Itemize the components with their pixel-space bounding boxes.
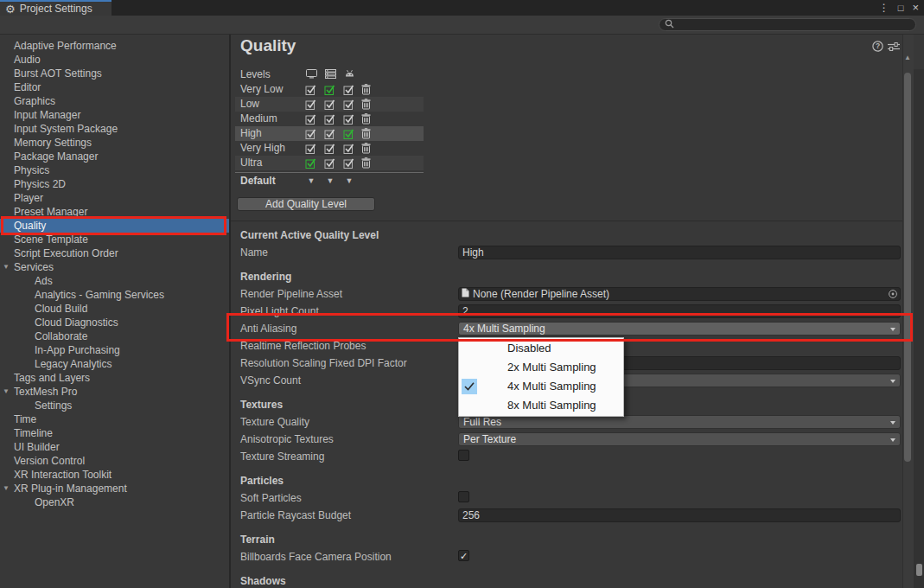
quality-level-row-very-low[interactable]: Very Low xyxy=(235,82,424,97)
quality-level-checkbox[interactable] xyxy=(304,84,318,96)
sidebar-item-input-system-package[interactable]: Input System Package xyxy=(0,122,229,136)
quality-level-checkbox[interactable] xyxy=(342,113,356,125)
quality-level-checkbox[interactable] xyxy=(342,99,356,111)
sidebar-item-player[interactable]: Player xyxy=(0,191,229,205)
sidebar-item-xr-interaction-toolkit[interactable]: XR Interaction Toolkit xyxy=(0,468,229,482)
billboards-face-camera-position-checkbox[interactable]: ✓ xyxy=(458,550,469,561)
particle-raycast-budget-field[interactable]: 256 xyxy=(458,508,901,522)
quality-level-row-low[interactable]: Low xyxy=(235,97,424,112)
sidebar-item-script-execution-order[interactable]: Script Execution Order xyxy=(0,246,229,260)
sidebar-item-ui-builder[interactable]: UI Builder xyxy=(0,440,229,454)
quality-level-row-ultra[interactable]: Ultra xyxy=(235,156,424,170)
form-row-render-pipeline-asset: Render Pipeline AssetNone (Render Pipeli… xyxy=(231,285,902,303)
texture-quality-dropdown[interactable]: Full Res xyxy=(458,415,901,429)
anti-aliasing-dropdown[interactable]: 4x Multi Sampling xyxy=(458,322,901,336)
sidebar-item-ads[interactable]: Ads xyxy=(0,274,229,288)
quality-level-checkbox[interactable] xyxy=(323,84,337,96)
search-input[interactable] xyxy=(678,19,906,31)
sidebar-item-analytics-gaming-services[interactable]: Analytics - Gaming Services xyxy=(0,288,229,302)
sidebar-item-scene-template[interactable]: Scene Template xyxy=(0,233,229,246)
popup-item-2x-multi-sampling[interactable]: 2x Multi Sampling xyxy=(459,358,623,377)
texture-streaming-checkbox[interactable] xyxy=(458,450,469,461)
object-picker-icon[interactable] xyxy=(888,289,898,302)
quality-level-checkbox[interactable] xyxy=(323,113,337,125)
default-dropdown-icon[interactable]: ▼ xyxy=(323,176,337,188)
sidebar-item-cloud-diagnostics[interactable]: Cloud Diagnostics xyxy=(0,316,229,329)
soft-particles-checkbox[interactable] xyxy=(458,491,469,502)
sidebar-item-adaptive-performance[interactable]: Adaptive Performance xyxy=(0,39,229,53)
sidebar-item-editor[interactable]: Editor xyxy=(0,80,229,94)
quality-level-checkbox[interactable] xyxy=(304,128,318,140)
quality-level-checkbox[interactable] xyxy=(323,128,337,140)
default-dropdown-icon[interactable]: ▼ xyxy=(304,176,318,188)
quality-level-checkbox[interactable] xyxy=(323,157,337,169)
panel-scrollbar-thumb[interactable] xyxy=(904,73,911,462)
quality-level-checkbox[interactable] xyxy=(342,157,356,169)
close-icon[interactable]: × xyxy=(912,0,919,16)
sidebar-item-physics[interactable]: Physics xyxy=(0,163,229,177)
quality-level-checkbox[interactable] xyxy=(304,113,318,125)
quality-level-checkbox[interactable] xyxy=(304,99,318,111)
trash-icon[interactable] xyxy=(359,157,373,169)
quality-level-checkbox[interactable] xyxy=(304,157,318,169)
sidebar-item-quality[interactable]: Quality xyxy=(0,219,229,233)
sidebar-item-legacy-analytics[interactable]: Legacy Analytics xyxy=(0,357,229,371)
quality-level-row-high[interactable]: High xyxy=(235,126,424,141)
trash-icon[interactable] xyxy=(359,113,373,125)
anisotropic-textures-dropdown[interactable]: Per Texture xyxy=(458,432,901,446)
maximize-icon[interactable]: □ xyxy=(898,0,904,16)
sidebar-item-settings[interactable]: Settings xyxy=(0,399,229,412)
quality-level-row-very-high[interactable]: Very High xyxy=(235,141,424,156)
sidebar-item-audio[interactable]: Audio xyxy=(0,53,229,67)
popup-item-disabled[interactable]: Disabled xyxy=(459,339,623,358)
trash-icon[interactable] xyxy=(359,143,373,155)
quality-level-checkbox[interactable] xyxy=(323,143,337,155)
quality-level-checkbox[interactable] xyxy=(342,143,356,155)
window-menu-icon[interactable]: ⋮ xyxy=(879,0,889,16)
sidebar-item-version-control[interactable]: Version Control xyxy=(0,454,229,468)
sidebar-item-label: UI Builder xyxy=(14,441,60,453)
sidebar-item-preset-manager[interactable]: Preset Manager xyxy=(0,205,229,219)
trash-icon[interactable] xyxy=(359,84,373,96)
sidebar-item-physics-2d[interactable]: Physics 2D xyxy=(0,177,229,191)
quality-level-name: Low xyxy=(240,97,259,112)
trash-icon[interactable] xyxy=(359,99,373,111)
sidebar-item-openxr[interactable]: OpenXR xyxy=(0,495,229,509)
render-pipeline-asset-object-field[interactable]: None (Render Pipeline Asset) xyxy=(458,287,901,301)
sidebar-item-xr-plug-in-management[interactable]: ▼XR Plug-in Management xyxy=(0,482,229,495)
default-dropdown-icon[interactable]: ▼ xyxy=(342,176,356,188)
sidebar-item-input-manager[interactable]: Input Manager xyxy=(0,108,229,122)
outer-scrollbar-thumb[interactable] xyxy=(916,564,922,576)
sidebar-item-burst-aot-settings[interactable]: Burst AOT Settings xyxy=(0,67,229,80)
sidebar-item-package-manager[interactable]: Package Manager xyxy=(0,150,229,163)
foldout-icon[interactable]: ▼ xyxy=(3,482,10,495)
sidebar-item-timeline[interactable]: Timeline xyxy=(0,426,229,440)
sidebar-item-time[interactable]: Time xyxy=(0,412,229,426)
sidebar-item-collaborate[interactable]: Collaborate xyxy=(0,329,229,343)
sidebar-item-services[interactable]: ▼Services xyxy=(0,260,229,274)
sidebar-item-tags-and-layers[interactable]: Tags and Layers xyxy=(0,371,229,385)
quality-level-checkbox[interactable] xyxy=(342,128,356,140)
quality-level-row-medium[interactable]: Medium xyxy=(235,112,424,126)
quality-level-checkbox[interactable] xyxy=(342,84,356,96)
quality-level-checkbox[interactable] xyxy=(304,143,318,155)
trash-icon[interactable] xyxy=(359,128,373,140)
foldout-icon[interactable]: ▼ xyxy=(3,385,10,399)
pixel-light-count-field[interactable]: 2 xyxy=(458,304,901,318)
sidebar-item-graphics[interactable]: Graphics xyxy=(0,94,229,108)
foldout-icon[interactable]: ▼ xyxy=(3,260,10,274)
presets-icon[interactable] xyxy=(888,42,900,54)
name-field[interactable]: High xyxy=(458,246,901,259)
quality-level-checkbox[interactable] xyxy=(323,99,337,111)
sidebar-item-textmesh-pro[interactable]: ▼TextMesh Pro xyxy=(0,385,229,399)
search-box[interactable] xyxy=(659,18,916,31)
help-icon[interactable]: ? xyxy=(872,41,883,54)
sidebar-item-cloud-build[interactable]: Cloud Build xyxy=(0,302,229,316)
scroll-up-icon[interactable]: ▲ xyxy=(904,54,911,61)
sidebar-item-memory-settings[interactable]: Memory Settings xyxy=(0,136,229,150)
add-quality-level-button[interactable]: Add Quality Level xyxy=(237,197,375,211)
sidebar-item-in-app-purchasing[interactable]: In-App Purchasing xyxy=(0,343,229,357)
project-settings-tab[interactable]: ⚙ Project Settings xyxy=(0,0,112,16)
popup-item-4x-multi-sampling[interactable]: 4x Multi Sampling xyxy=(459,377,623,396)
popup-item-8x-multi-sampling[interactable]: 8x Multi Sampling xyxy=(459,396,623,415)
